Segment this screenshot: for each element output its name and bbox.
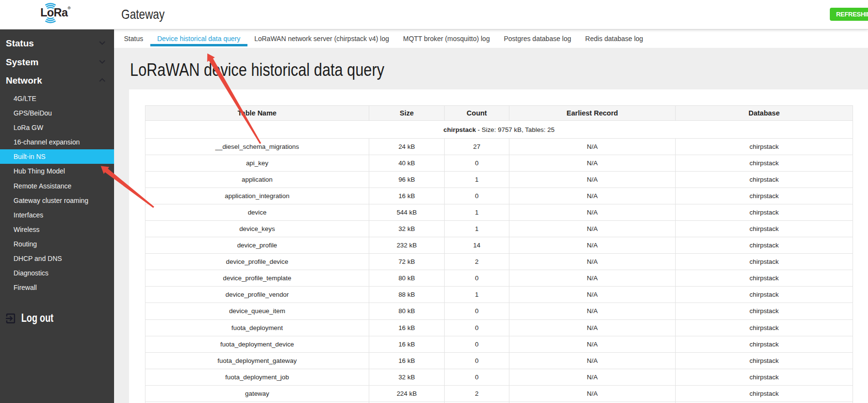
svg-text:LoRa: LoRa xyxy=(41,6,69,19)
svg-text:R: R xyxy=(68,6,70,9)
